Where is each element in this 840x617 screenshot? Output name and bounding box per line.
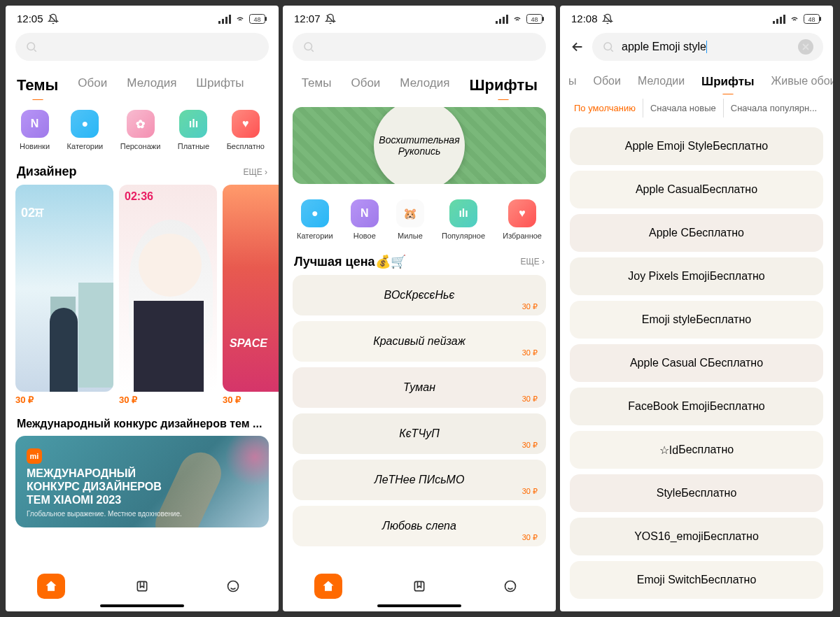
font-card[interactable]: ЛеТНее ПИсьМО30 ₽ xyxy=(293,460,546,500)
phone-1: 12:05 48 ТемыОбоиМелодияШрифты NНовинки●… xyxy=(6,6,279,611)
tab-обои[interactable]: Обои xyxy=(69,71,115,100)
category-label: Милые xyxy=(398,232,423,240)
tab-мелодия[interactable]: Мелодия xyxy=(391,71,458,100)
svg-rect-13 xyxy=(506,15,508,24)
category-Персонажи[interactable]: ✿Персонажи xyxy=(120,110,161,150)
tab-шрифты[interactable]: Шрифты xyxy=(693,69,762,94)
tab-живые обои[interactable]: Живые обои xyxy=(763,69,833,94)
result-name: Apple Casual xyxy=(636,183,702,196)
search-icon xyxy=(602,41,615,53)
search-result-card[interactable]: ☆IdБесплатно xyxy=(570,431,823,469)
svg-point-7 xyxy=(27,43,35,50)
search-result-card[interactable]: StyleБесплатно xyxy=(570,474,823,512)
font-price: 30 ₽ xyxy=(522,441,538,450)
nav-profile[interactable] xyxy=(219,574,247,599)
back-arrow-icon[interactable] xyxy=(570,39,585,55)
result-name: Style xyxy=(657,487,682,499)
svg-text:48: 48 xyxy=(531,15,538,22)
contest-banner[interactable]: mi МЕЖДУНАРОДНЫЙ КОНКУРС ДИЗАЙНЕРОВ ТЕМ … xyxy=(15,436,269,527)
category-icons: NНовинки●Категории✿ПерсонажиılıПлатные♥Б… xyxy=(6,100,279,157)
tab-обои[interactable]: Обои xyxy=(342,71,388,100)
phone-3: 12:08 48 apple Emoji style ыОбоиМелодииШ… xyxy=(560,6,833,611)
search-result-card[interactable]: Apple CasualБесплатно xyxy=(570,171,823,208)
nav-handle[interactable] xyxy=(100,604,184,607)
search-bar[interactable] xyxy=(293,33,546,61)
tab-шрифты[interactable]: Шрифты xyxy=(461,71,546,100)
more-link[interactable]: ЕЩЕ › xyxy=(243,167,267,177)
filter-option[interactable]: По умолчанию xyxy=(567,99,643,118)
nav-home[interactable] xyxy=(314,574,342,599)
search-result-card[interactable]: Joy Pixels EmojiБесплатно xyxy=(570,257,823,295)
tab-обои[interactable]: Обои xyxy=(585,69,629,94)
search-result-card[interactable]: Apple Emoji StyleБесплатно xyxy=(570,127,823,165)
tab-ы[interactable]: ы xyxy=(560,69,585,94)
font-list: ВОсКрєсєНьє30 ₽Красивый пейзаж30 ₽Туман3… xyxy=(283,275,556,546)
wifi-icon xyxy=(511,14,524,24)
filter-option[interactable]: Сначала популярн... xyxy=(724,99,824,118)
font-name: ВОсКрєсєНьє xyxy=(384,289,455,302)
category-Новинки[interactable]: NНовинки xyxy=(20,110,50,150)
category-icon: ılı xyxy=(179,110,207,138)
search-result-card[interactable]: Apple CБесплатно xyxy=(570,214,823,252)
category-icons: ●КатегорииNНовое🐹МилыеılıПопулярное♥Избр… xyxy=(283,190,556,247)
category-icon: ✿ xyxy=(127,110,155,138)
clock: 12:07 xyxy=(294,13,321,24)
font-card[interactable]: КєТЧуП30 ₽ xyxy=(293,413,546,454)
category-Платные[interactable]: ılıПлатные xyxy=(178,110,209,150)
category-Категории[interactable]: ●Категории xyxy=(297,199,333,240)
tab-мелодии[interactable]: Мелодии xyxy=(629,69,693,94)
category-Категории[interactable]: ●Категории xyxy=(67,110,104,150)
category-label: Категории xyxy=(297,232,333,240)
search-result-card[interactable]: Emoji SwitchБесплатно xyxy=(570,561,823,599)
result-name: FaceBook Emoji xyxy=(628,400,710,413)
font-card[interactable]: Туман30 ₽ xyxy=(293,367,546,408)
phone-2: 12:07 48 ТемыОбоиМелодияШрифты Восхитите… xyxy=(283,6,556,611)
tab-мелодия[interactable]: Мелодия xyxy=(118,71,185,100)
category-label: Платные xyxy=(178,142,209,150)
category-Бесплатно[interactable]: ♥Бесплатно xyxy=(227,110,265,150)
fonts-banner[interactable]: Восхитительная Рукопись xyxy=(293,107,546,184)
search-result-card[interactable]: Apple Casual CБесплатно xyxy=(570,344,823,382)
category-Популярное[interactable]: ılıПопулярное xyxy=(442,199,485,240)
search-bar[interactable] xyxy=(15,33,269,61)
contest-line1: МЕЖДУНАРОДНЫЙ xyxy=(27,467,258,480)
category-Избранное[interactable]: ♥Избранное xyxy=(503,199,542,240)
signal-icon xyxy=(218,14,231,24)
search-bar[interactable]: apple Emoji style xyxy=(592,33,823,61)
search-result-card[interactable]: Emoji styleБесплатно xyxy=(570,301,823,339)
tab-темы[interactable]: Темы xyxy=(293,71,340,100)
font-price: 30 ₽ xyxy=(522,487,538,496)
font-card[interactable]: Красивый пейзаж30 ₽ xyxy=(293,321,546,362)
category-Милые[interactable]: 🐹Милые xyxy=(396,199,424,240)
filter-option[interactable]: Сначала новые xyxy=(643,99,724,118)
signal-icon xyxy=(773,14,785,24)
search-result-card[interactable]: FaceBook EmojiБесплатно xyxy=(570,388,823,425)
tab-темы[interactable]: Темы xyxy=(8,71,66,100)
main-tabs: ТемыОбоиМелодияШрифты xyxy=(283,65,556,100)
theme-card[interactable]: 30 ₽ xyxy=(119,185,217,408)
more-link[interactable]: ЕЩЕ › xyxy=(520,257,545,267)
svg-point-19 xyxy=(505,581,516,592)
theme-card[interactable]: 30 ₽ xyxy=(15,185,113,408)
category-Новое[interactable]: NНовое xyxy=(351,199,379,240)
nav-bookmark[interactable] xyxy=(128,574,156,599)
nav-home[interactable] xyxy=(37,574,65,599)
search-result-card[interactable]: YOS16_emojiБесплатно xyxy=(570,518,823,555)
font-card[interactable]: Любовь слепа30 ₽ xyxy=(293,506,546,546)
theme-card[interactable]: 30 ₽ xyxy=(223,185,279,408)
category-icon: ♥ xyxy=(508,199,536,227)
nav-bookmark[interactable] xyxy=(405,574,433,599)
category-label: Персонажи xyxy=(120,142,161,150)
tab-шрифты[interactable]: Шрифты xyxy=(188,71,252,100)
nav-profile[interactable] xyxy=(496,574,524,599)
clear-search-icon[interactable] xyxy=(798,39,813,55)
category-label: Бесплатно xyxy=(227,142,265,150)
nav-handle[interactable] xyxy=(377,604,461,607)
svg-point-17 xyxy=(304,43,312,50)
category-icon: ● xyxy=(301,199,329,227)
bell-off-icon xyxy=(48,13,59,24)
search-input[interactable]: apple Emoji style xyxy=(622,41,791,54)
font-card[interactable]: ВОсКрєсєНьє30 ₽ xyxy=(293,275,546,315)
font-name: Любовь слепа xyxy=(382,520,456,532)
section-title-designer: Дизайнер xyxy=(17,164,77,179)
